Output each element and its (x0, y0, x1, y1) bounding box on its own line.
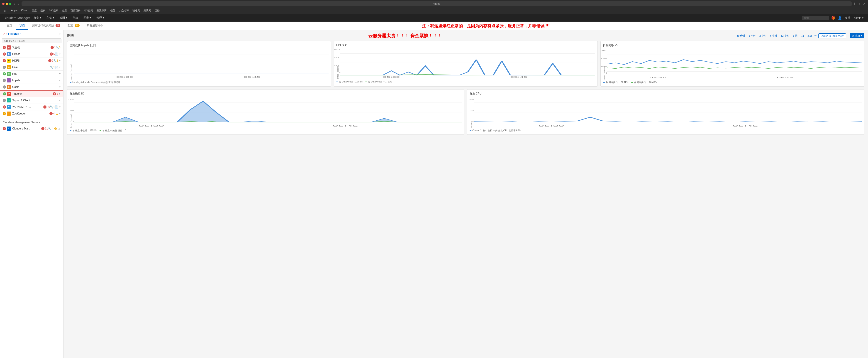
maximize-dot[interactable] (9, 3, 11, 5)
hue-dropdown[interactable]: ▾ (59, 72, 61, 76)
yarn-dropdown[interactable]: ▾ (59, 105, 61, 109)
charts-title: 图表 (67, 33, 74, 38)
nav-admin[interactable]: 管理 ▾ (95, 16, 105, 20)
mgmt-name: Cloudera Ma... (12, 127, 41, 130)
chart-hdfs-io: HDFS IO bytes / second 14.6K/s 9.8K/s 4.… (334, 41, 598, 86)
forward-button[interactable]: › (17, 2, 20, 6)
service-row-phoenix[interactable]: ✓ P Phoenix !1 ▾ (0, 90, 63, 97)
bookmark-youku[interactable]: 优酷 (155, 9, 160, 13)
service-row-yarn[interactable]: ! Y YARN (MR2 I... !10 🔧1 📄 ▾ (0, 104, 63, 110)
cpu-legend-text1: Cluster 1, 整个 主机 中的 主机 CPU 使用率 6.8% (472, 129, 521, 132)
bookmark-linkedin[interactable]: 领英 (110, 9, 115, 13)
oozie-dropdown[interactable]: ▾ (59, 85, 61, 89)
service-row-oozie[interactable]: ○ O Oozie ▾ (0, 84, 63, 90)
time-12h[interactable]: 12 小时 (780, 34, 790, 38)
switch-table-button[interactable]: Switch to Table View (818, 33, 846, 38)
impala-dropdown[interactable]: ▾ (59, 79, 61, 82)
service-row-hosts[interactable]: ! H 3 主机 !1 🔧3 (0, 44, 63, 51)
time-6h[interactable]: 6 小时 (769, 34, 778, 38)
support-menu[interactable]: 支持 (844, 16, 851, 20)
hosts-name: 3 主机 (12, 46, 51, 50)
bookmark-mafengwo[interactable]: 猫途鹰 (132, 9, 140, 13)
yarn-name: YARN (MR2 I... (12, 105, 43, 109)
back-button[interactable]: ‹ (13, 2, 16, 6)
cluster-name: Cluster 1 (8, 32, 22, 36)
hdfs-y-label: bytes / second (336, 49, 339, 79)
time-30d[interactable]: 30d (807, 34, 812, 37)
service-row-zookeeper[interactable]: ! Z ZooKeeper !4 ⏻ ▾ (0, 110, 63, 117)
hosts-wrench-count: 🔧3 (56, 46, 61, 49)
bookmark-baidubaike[interactable]: 百度百科 (70, 9, 81, 13)
mgmt-power-icon: ⏻ (54, 127, 57, 130)
bookmarks-bar: ⠿ Apple iCloud 百度 搜狗 360搜索 必应 百度百科 QQ空间 … (0, 8, 868, 14)
gift-icon[interactable]: 🎁 (831, 16, 836, 20)
chart-cpu-title: 群集 CPU (470, 92, 862, 95)
service-row-hive[interactable]: ○ H Hive 🔧1 📄 ▾ (0, 64, 63, 71)
bookmark-360[interactable]: 360搜索 (49, 9, 58, 13)
tab-status[interactable]: 状态 (16, 22, 28, 30)
oozie-name: Oozie (12, 85, 58, 89)
admin-menu[interactable]: admin ▾ (853, 16, 864, 20)
disk-legend-text1: 各 磁盘 中的总... 175K/s (72, 129, 97, 132)
logo-cloudera: Cloudera (4, 16, 17, 20)
bookmark-dianping[interactable]: 大众点评 (119, 9, 129, 13)
bookmark-sogou[interactable]: 搜狗 (40, 9, 45, 13)
tab-issues[interactable]: 所有运行状况问题 39 (29, 22, 63, 30)
cluster-dropdown[interactable]: ▾ (59, 32, 61, 36)
disk-y-label: bytes / second (70, 98, 73, 128)
bookmark-apple[interactable]: Apple (11, 9, 18, 13)
minimize-dot[interactable] (6, 3, 8, 5)
close-dot[interactable] (2, 3, 4, 5)
sqoop-name: Sqoop 1 Client (12, 99, 58, 102)
time-1h[interactable]: 1 小时 (748, 34, 757, 38)
search-input[interactable] (802, 16, 829, 20)
mgmt-row[interactable]: ! C Cloudera Ma... !11 🔧4 ⏻ ▲ (3, 126, 61, 132)
bookmark-qq[interactable]: QQ空间 (84, 9, 93, 13)
bookmark-baidu[interactable]: 百度 (32, 9, 37, 13)
nav-left: Cloudera Manager 群集 ▾ 主机 ▾ 诊断 ▾ 审核 图表 ▾ … (4, 16, 105, 20)
new-tab-icon[interactable]: ＋ (858, 2, 861, 6)
zk-dropdown[interactable]: ▾ (59, 112, 61, 115)
sqoop-dropdown[interactable]: ▾ (59, 99, 61, 102)
add-button[interactable]: ⊕ 添加 ▾ (849, 33, 864, 38)
svg-text:05:30: 05:30 (138, 125, 164, 127)
service-row-hue[interactable]: ✓ H Hue ▾ (0, 71, 63, 77)
hdfs-wrench-count: 🔧1 (53, 59, 58, 62)
service-row-hdfs[interactable]: ! H HDFS !7 🔧1 ▾ (0, 57, 63, 64)
hdfs-dropdown[interactable]: ▾ (59, 59, 61, 62)
service-row-sqoop[interactable]: ○ S Sqoop 1 Client ▾ (0, 97, 63, 104)
service-row-impala[interactable]: ○ I Impala ▾ (0, 77, 63, 84)
nav-diagnostics[interactable]: 诊断 ▾ (59, 16, 68, 20)
nav-cluster[interactable]: 群集 ▾ (33, 16, 42, 20)
time-1d[interactable]: 1 天 (792, 34, 798, 38)
phoenix-dropdown[interactable]: ▾ (59, 92, 60, 95)
mgmt-title: Cloudera Management Service (3, 121, 61, 124)
tab-config[interactable]: 配置 10 (64, 22, 83, 30)
apps-icon[interactable]: ⠿ (2, 9, 7, 13)
time-2h[interactable]: 2 小时 (758, 34, 767, 38)
bookmark-bing[interactable]: 必应 (62, 9, 67, 13)
bookmark-sina[interactable]: 新浪网 (144, 9, 151, 13)
fullscreen-icon[interactable]: ⤢ (863, 2, 866, 6)
nav-audit[interactable]: 审核 (72, 16, 79, 20)
time-30min[interactable]: 30 分钟 (736, 34, 746, 38)
service-row-hbase[interactable]: ! B HBase !5 📄 ▾ (0, 51, 63, 57)
hive-dropdown[interactable]: ▾ (59, 66, 61, 69)
edit-time-icon[interactable]: ✏ (814, 34, 816, 37)
share-icon[interactable]: ⬆ (854, 2, 856, 6)
address-bar[interactable]: node1 (22, 1, 852, 6)
time-7d[interactable]: 7d (800, 34, 805, 37)
bookmark-icloud[interactable]: iCloud (21, 9, 28, 13)
hbase-dropdown[interactable]: ▾ (59, 53, 61, 56)
bookmark-weibo[interactable]: 新浪微博 (97, 9, 106, 13)
main-nav: 群集 ▾ 主机 ▾ 诊断 ▾ 审核 图表 ▾ 管理 ▾ (33, 16, 105, 20)
hdfs-legend-item2: 各 DataNodes 中... 1b/s (365, 80, 392, 83)
mgmt-dropdown[interactable]: ▲ (58, 127, 61, 130)
svg-text:05:45: 05:45 (733, 125, 758, 127)
tab-home[interactable]: 主页 (4, 22, 16, 30)
nav-hosts[interactable]: 主机 ▾ (45, 16, 55, 20)
tab-commands[interactable]: 所有最新命令 (84, 22, 106, 30)
disk-legend-dot1 (70, 130, 71, 131)
nav-charts[interactable]: 图表 ▾ (83, 16, 92, 20)
user-icon[interactable]: 👤 (837, 16, 842, 20)
